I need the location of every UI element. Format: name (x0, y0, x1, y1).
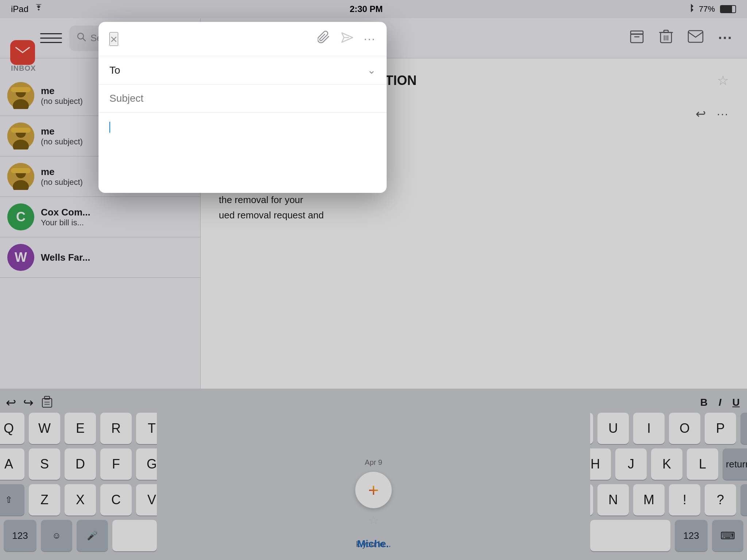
compose-to-row: To ⌄ (98, 56, 387, 85)
compose-close-button[interactable]: × (109, 32, 118, 46)
compose-subject-row (98, 85, 387, 113)
compose-more-button[interactable]: ··· (364, 32, 376, 46)
compose-to-label: To (109, 65, 128, 76)
send-button[interactable] (341, 32, 353, 46)
compose-body-area[interactable] (98, 113, 387, 193)
compose-header-actions: ··· (318, 31, 376, 47)
compose-header: × ··· (98, 22, 387, 56)
attach-button[interactable] (318, 31, 331, 47)
compose-subject-field[interactable] (109, 93, 376, 104)
compose-expand-button[interactable]: ⌄ (367, 64, 376, 76)
compose-to-field[interactable] (135, 65, 367, 76)
compose-body-text (109, 121, 110, 132)
text-cursor (109, 122, 110, 133)
compose-modal: × ··· To ⌄ (98, 22, 387, 193)
